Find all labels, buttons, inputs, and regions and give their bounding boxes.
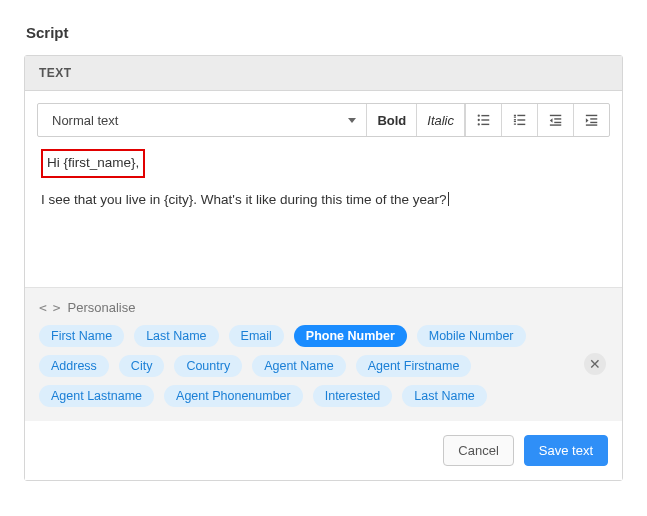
svg-rect-17: [549, 124, 560, 125]
close-icon: ✕: [589, 356, 601, 372]
svg-rect-22: [585, 124, 596, 125]
personalise-tag[interactable]: First Name: [39, 325, 124, 347]
svg-marker-23: [585, 118, 588, 122]
svg-rect-5: [481, 124, 489, 125]
personalise-panel: < > Personalise First NameLast NameEmail…: [25, 287, 622, 421]
outdent-button[interactable]: [537, 104, 573, 136]
personalise-title: Personalise: [67, 300, 135, 315]
indent-icon: [585, 113, 599, 127]
numbered-list-button[interactable]: [501, 104, 537, 136]
format-select-label: Normal text: [52, 113, 118, 128]
save-button[interactable]: Save text: [524, 435, 608, 466]
chevron-down-icon: [348, 118, 356, 123]
personalise-tag[interactable]: Email: [229, 325, 284, 347]
personalise-tag[interactable]: Interested: [313, 385, 393, 407]
personalise-tag[interactable]: Address: [39, 355, 109, 377]
text-editor[interactable]: Hi {first_name}, I see that you live in …: [37, 137, 610, 287]
indent-button[interactable]: [573, 104, 609, 136]
personalise-tag[interactable]: Agent Lastname: [39, 385, 154, 407]
svg-rect-7: [517, 115, 525, 116]
svg-rect-14: [549, 115, 560, 116]
personalise-tag[interactable]: Agent Phonenumber: [164, 385, 303, 407]
bullet-list-button[interactable]: [465, 104, 501, 136]
svg-rect-3: [481, 119, 489, 120]
editor-line-2: I see that you live in {city}. What's it…: [41, 190, 606, 210]
close-personalise-button[interactable]: ✕: [584, 353, 606, 375]
svg-rect-1: [481, 115, 489, 116]
svg-rect-11: [513, 121, 515, 122]
svg-rect-10: [517, 119, 525, 120]
panel-header: TEXT: [25, 56, 622, 91]
svg-rect-8: [513, 117, 515, 118]
personalise-tag[interactable]: Phone Number: [294, 325, 407, 347]
personalise-tag[interactable]: Mobile Number: [417, 325, 526, 347]
personalise-tag[interactable]: Agent Firstname: [356, 355, 472, 377]
svg-point-0: [477, 114, 479, 116]
svg-point-4: [477, 123, 479, 125]
svg-rect-6: [513, 115, 515, 116]
panel-footer: Cancel Save text: [25, 421, 622, 480]
svg-rect-15: [554, 118, 561, 119]
cancel-button[interactable]: Cancel: [443, 435, 513, 466]
svg-rect-16: [554, 122, 561, 123]
bullet-list-icon: [477, 113, 491, 127]
editor-line-1: Hi {first_name},: [47, 155, 139, 170]
outdent-icon: [549, 113, 563, 127]
svg-rect-9: [513, 119, 515, 120]
personalise-tag[interactable]: Agent Name: [252, 355, 345, 377]
svg-rect-19: [585, 115, 596, 116]
bold-button[interactable]: Bold: [366, 104, 416, 136]
text-panel: TEXT Normal text Bold Italic: [24, 55, 623, 481]
svg-rect-13: [517, 124, 525, 125]
italic-button[interactable]: Italic: [416, 104, 464, 136]
svg-point-2: [477, 119, 479, 121]
editor-line-1-highlight: Hi {first_name},: [41, 149, 145, 178]
editor-toolbar: Normal text Bold Italic: [37, 103, 610, 137]
personalise-tag[interactable]: Country: [174, 355, 242, 377]
svg-rect-12: [513, 124, 515, 125]
personalise-tag[interactable]: City: [119, 355, 165, 377]
svg-rect-21: [590, 122, 597, 123]
personalise-tag[interactable]: Last Name: [402, 385, 486, 407]
svg-marker-18: [549, 118, 552, 122]
page-title: Script: [26, 24, 623, 41]
code-icon: < >: [39, 300, 59, 315]
personalise-tags: First NameLast NameEmailPhone NumberMobi…: [39, 325, 574, 407]
svg-rect-20: [590, 118, 597, 119]
format-select[interactable]: Normal text: [38, 104, 366, 136]
numbered-list-icon: [513, 113, 527, 127]
personalise-tag[interactable]: Last Name: [134, 325, 218, 347]
